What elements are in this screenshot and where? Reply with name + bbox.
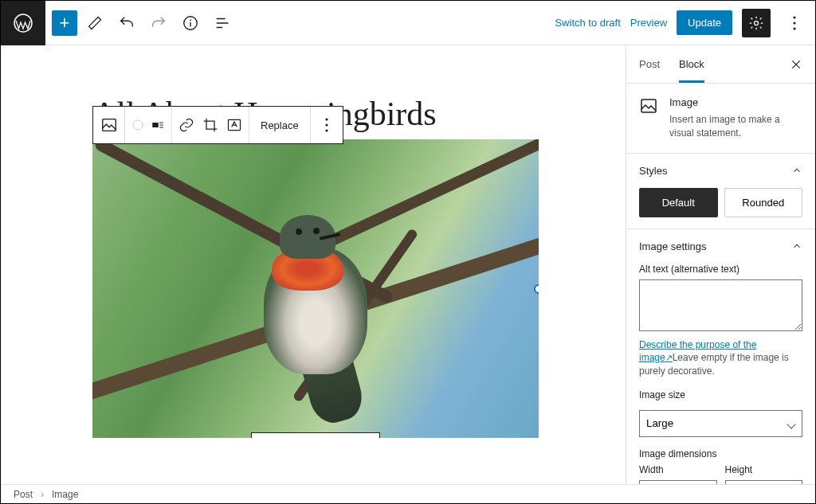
breadcrumb-current[interactable]: Image: [52, 489, 78, 500]
edit-icon[interactable]: [80, 9, 109, 37]
svg-point-5: [793, 21, 795, 24]
replace-button[interactable]: Replace: [249, 107, 311, 143]
svg-point-2: [190, 19, 191, 21]
image-block[interactable]: B I: [92, 139, 539, 438]
italic-button[interactable]: I: [284, 433, 316, 438]
svg-point-8: [133, 120, 143, 130]
svg-point-3: [755, 21, 759, 25]
add-block-button[interactable]: +: [52, 10, 77, 36]
svg-point-11: [325, 118, 328, 120]
alt-text-input[interactable]: [639, 279, 802, 331]
bold-button[interactable]: B: [252, 433, 284, 438]
style-rounded-button[interactable]: Rounded: [724, 188, 803, 217]
block-desc-text: Insert an image to make a visual stateme…: [669, 113, 802, 140]
svg-point-13: [325, 129, 328, 131]
switch-to-draft-button[interactable]: Switch to draft: [555, 17, 620, 29]
styles-heading: Styles: [639, 165, 667, 177]
settings-button[interactable]: [742, 9, 771, 37]
chevron-down-icon[interactable]: [347, 433, 379, 438]
block-description: Image Insert an image to make a visual s…: [626, 84, 815, 154]
width-label: Width: [639, 464, 717, 475]
alt-text-label: Alt text (alternative text): [639, 264, 802, 275]
svg-rect-9: [152, 123, 159, 127]
breadcrumb-root[interactable]: Post: [14, 489, 33, 500]
resize-handle-right[interactable]: [534, 284, 539, 294]
crop-icon[interactable]: [202, 117, 218, 133]
info-icon[interactable]: [176, 9, 205, 37]
svg-point-4: [793, 16, 795, 18]
block-more-icon[interactable]: [311, 107, 343, 143]
block-type-image-icon[interactable]: [93, 107, 125, 143]
image-icon: [639, 96, 658, 140]
height-label: Height: [725, 464, 803, 475]
redo-icon[interactable]: [144, 9, 173, 37]
block-toolbar: Replace: [92, 106, 343, 144]
tab-post[interactable]: Post: [639, 58, 660, 70]
undo-icon[interactable]: [112, 9, 141, 37]
styles-section: Styles Default Rounded: [626, 154, 815, 229]
image-dimensions-label: Image dimensions: [639, 448, 802, 459]
tab-block[interactable]: Block: [679, 58, 704, 83]
image-content[interactable]: B I: [92, 139, 539, 438]
chevron-up-icon[interactable]: [791, 165, 802, 176]
image-size-select[interactable]: Large: [639, 410, 802, 437]
svg-point-12: [325, 123, 328, 126]
image-settings-heading: Image settings: [639, 240, 707, 252]
style-default-button[interactable]: Default: [639, 188, 718, 217]
close-sidebar-icon[interactable]: [790, 58, 802, 71]
drag-handle-icon[interactable]: [131, 119, 144, 131]
svg-point-6: [793, 27, 795, 29]
outline-icon[interactable]: [208, 9, 237, 37]
editor-canvas: All About Hummingbirds Replace: [1, 45, 626, 488]
link-icon[interactable]: [178, 117, 194, 133]
alt-text-help: Describe the purpose of the image↗Leave …: [639, 338, 802, 378]
settings-sidebar: Post Block Image Insert an image to make…: [626, 45, 815, 488]
block-name: Image: [669, 96, 802, 108]
editor-top-bar: + Switch to draft Preview Update: [1, 1, 815, 45]
text-overlay-icon[interactable]: [226, 117, 242, 133]
svg-rect-14: [641, 100, 656, 112]
external-link-icon: ↗: [665, 353, 673, 362]
align-icon[interactable]: [151, 118, 165, 132]
breadcrumb-sep: ›: [41, 489, 44, 500]
image-size-label: Image size: [639, 389, 802, 400]
caption-link-icon[interactable]: [316, 433, 347, 438]
update-button[interactable]: Update: [677, 10, 732, 35]
svg-rect-7: [102, 119, 116, 131]
wordpress-logo[interactable]: [1, 1, 45, 45]
chevron-up-icon[interactable]: [791, 240, 802, 252]
preview-button[interactable]: Preview: [630, 17, 667, 29]
image-settings-section: Image settings Alt text (alternative tex…: [626, 229, 815, 488]
caption-toolbar: B I: [251, 432, 380, 438]
breadcrumb: Post › Image: [1, 484, 815, 503]
more-menu-icon[interactable]: [780, 9, 809, 37]
